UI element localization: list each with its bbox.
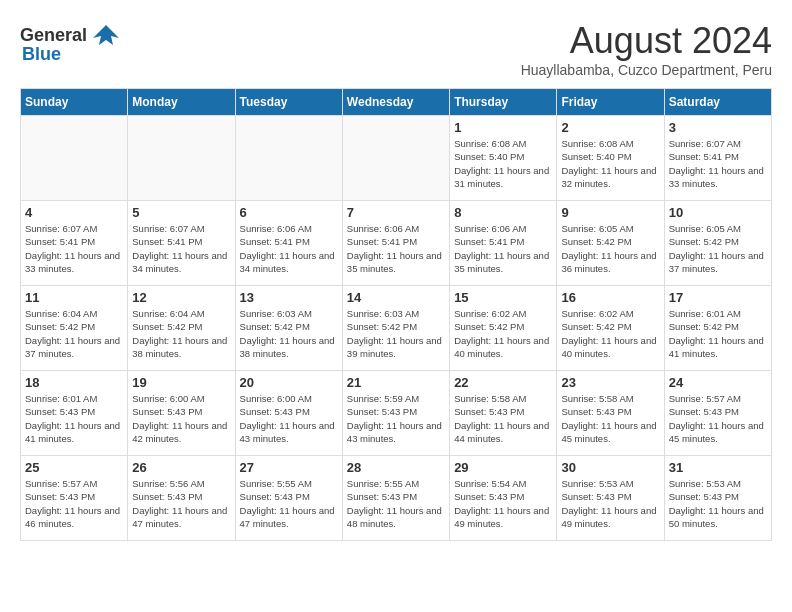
day-info: Sunrise: 6:07 AM Sunset: 5:41 PM Dayligh…: [132, 222, 230, 275]
day-info: Sunrise: 6:08 AM Sunset: 5:40 PM Dayligh…: [561, 137, 659, 190]
weekday-header-wednesday: Wednesday: [342, 89, 449, 116]
day-info: Sunrise: 6:00 AM Sunset: 5:43 PM Dayligh…: [240, 392, 338, 445]
day-number: 23: [561, 375, 659, 390]
calendar-cell: 27Sunrise: 5:55 AM Sunset: 5:43 PM Dayli…: [235, 456, 342, 541]
location-title: Huayllabamba, Cuzco Department, Peru: [521, 62, 772, 78]
day-number: 24: [669, 375, 767, 390]
calendar-cell: 11Sunrise: 6:04 AM Sunset: 5:42 PM Dayli…: [21, 286, 128, 371]
calendar-cell: 31Sunrise: 5:53 AM Sunset: 5:43 PM Dayli…: [664, 456, 771, 541]
calendar-cell: 10Sunrise: 6:05 AM Sunset: 5:42 PM Dayli…: [664, 201, 771, 286]
day-number: 20: [240, 375, 338, 390]
title-area: August 2024 Huayllabamba, Cuzco Departme…: [521, 20, 772, 78]
calendar-cell: 12Sunrise: 6:04 AM Sunset: 5:42 PM Dayli…: [128, 286, 235, 371]
day-number: 3: [669, 120, 767, 135]
calendar-cell: [21, 116, 128, 201]
calendar-cell: 14Sunrise: 6:03 AM Sunset: 5:42 PM Dayli…: [342, 286, 449, 371]
weekday-header-thursday: Thursday: [450, 89, 557, 116]
day-info: Sunrise: 5:58 AM Sunset: 5:43 PM Dayligh…: [561, 392, 659, 445]
calendar-cell: 21Sunrise: 5:59 AM Sunset: 5:43 PM Dayli…: [342, 371, 449, 456]
day-info: Sunrise: 6:08 AM Sunset: 5:40 PM Dayligh…: [454, 137, 552, 190]
calendar-cell: 6Sunrise: 6:06 AM Sunset: 5:41 PM Daylig…: [235, 201, 342, 286]
calendar-cell: 20Sunrise: 6:00 AM Sunset: 5:43 PM Dayli…: [235, 371, 342, 456]
day-number: 29: [454, 460, 552, 475]
calendar-table: SundayMondayTuesdayWednesdayThursdayFrid…: [20, 88, 772, 541]
calendar-cell: 25Sunrise: 5:57 AM Sunset: 5:43 PM Dayli…: [21, 456, 128, 541]
day-info: Sunrise: 5:57 AM Sunset: 5:43 PM Dayligh…: [25, 477, 123, 530]
calendar-cell: 28Sunrise: 5:55 AM Sunset: 5:43 PM Dayli…: [342, 456, 449, 541]
day-info: Sunrise: 6:05 AM Sunset: 5:42 PM Dayligh…: [669, 222, 767, 275]
calendar-cell: 1Sunrise: 6:08 AM Sunset: 5:40 PM Daylig…: [450, 116, 557, 201]
calendar-cell: 29Sunrise: 5:54 AM Sunset: 5:43 PM Dayli…: [450, 456, 557, 541]
day-info: Sunrise: 5:53 AM Sunset: 5:43 PM Dayligh…: [561, 477, 659, 530]
calendar-cell: 13Sunrise: 6:03 AM Sunset: 5:42 PM Dayli…: [235, 286, 342, 371]
calendar-week-row: 25Sunrise: 5:57 AM Sunset: 5:43 PM Dayli…: [21, 456, 772, 541]
day-info: Sunrise: 6:05 AM Sunset: 5:42 PM Dayligh…: [561, 222, 659, 275]
calendar-cell: 2Sunrise: 6:08 AM Sunset: 5:40 PM Daylig…: [557, 116, 664, 201]
header: General Blue August 2024 Huayllabamba, C…: [20, 20, 772, 78]
weekday-header-sunday: Sunday: [21, 89, 128, 116]
calendar-cell: 17Sunrise: 6:01 AM Sunset: 5:42 PM Dayli…: [664, 286, 771, 371]
logo-blue: Blue: [22, 44, 61, 65]
calendar-cell: 16Sunrise: 6:02 AM Sunset: 5:42 PM Dayli…: [557, 286, 664, 371]
day-number: 13: [240, 290, 338, 305]
day-info: Sunrise: 5:55 AM Sunset: 5:43 PM Dayligh…: [347, 477, 445, 530]
day-number: 28: [347, 460, 445, 475]
day-info: Sunrise: 6:01 AM Sunset: 5:42 PM Dayligh…: [669, 307, 767, 360]
day-number: 1: [454, 120, 552, 135]
day-number: 31: [669, 460, 767, 475]
day-number: 27: [240, 460, 338, 475]
day-number: 14: [347, 290, 445, 305]
calendar-cell: 9Sunrise: 6:05 AM Sunset: 5:42 PM Daylig…: [557, 201, 664, 286]
day-number: 22: [454, 375, 552, 390]
day-number: 17: [669, 290, 767, 305]
weekday-header-friday: Friday: [557, 89, 664, 116]
day-info: Sunrise: 6:06 AM Sunset: 5:41 PM Dayligh…: [240, 222, 338, 275]
day-info: Sunrise: 5:57 AM Sunset: 5:43 PM Dayligh…: [669, 392, 767, 445]
calendar-cell: 26Sunrise: 5:56 AM Sunset: 5:43 PM Dayli…: [128, 456, 235, 541]
day-number: 10: [669, 205, 767, 220]
svg-marker-0: [93, 25, 119, 45]
day-info: Sunrise: 5:56 AM Sunset: 5:43 PM Dayligh…: [132, 477, 230, 530]
logo-general: General: [20, 25, 87, 46]
day-number: 21: [347, 375, 445, 390]
calendar-cell: 15Sunrise: 6:02 AM Sunset: 5:42 PM Dayli…: [450, 286, 557, 371]
day-number: 19: [132, 375, 230, 390]
calendar-cell: 18Sunrise: 6:01 AM Sunset: 5:43 PM Dayli…: [21, 371, 128, 456]
day-info: Sunrise: 6:02 AM Sunset: 5:42 PM Dayligh…: [454, 307, 552, 360]
day-number: 15: [454, 290, 552, 305]
calendar-cell: 22Sunrise: 5:58 AM Sunset: 5:43 PM Dayli…: [450, 371, 557, 456]
day-number: 11: [25, 290, 123, 305]
calendar-week-row: 18Sunrise: 6:01 AM Sunset: 5:43 PM Dayli…: [21, 371, 772, 456]
logo: General Blue: [20, 20, 121, 65]
day-info: Sunrise: 6:04 AM Sunset: 5:42 PM Dayligh…: [132, 307, 230, 360]
day-info: Sunrise: 6:02 AM Sunset: 5:42 PM Dayligh…: [561, 307, 659, 360]
month-title: August 2024: [521, 20, 772, 62]
day-info: Sunrise: 6:03 AM Sunset: 5:42 PM Dayligh…: [240, 307, 338, 360]
weekday-header-row: SundayMondayTuesdayWednesdayThursdayFrid…: [21, 89, 772, 116]
day-number: 9: [561, 205, 659, 220]
calendar-cell: [235, 116, 342, 201]
weekday-header-tuesday: Tuesday: [235, 89, 342, 116]
day-info: Sunrise: 5:54 AM Sunset: 5:43 PM Dayligh…: [454, 477, 552, 530]
day-number: 26: [132, 460, 230, 475]
day-number: 5: [132, 205, 230, 220]
day-info: Sunrise: 5:53 AM Sunset: 5:43 PM Dayligh…: [669, 477, 767, 530]
calendar-cell: 8Sunrise: 6:06 AM Sunset: 5:41 PM Daylig…: [450, 201, 557, 286]
day-info: Sunrise: 6:01 AM Sunset: 5:43 PM Dayligh…: [25, 392, 123, 445]
day-number: 16: [561, 290, 659, 305]
day-number: 12: [132, 290, 230, 305]
calendar-cell: 24Sunrise: 5:57 AM Sunset: 5:43 PM Dayli…: [664, 371, 771, 456]
calendar-cell: 30Sunrise: 5:53 AM Sunset: 5:43 PM Dayli…: [557, 456, 664, 541]
calendar-cell: 7Sunrise: 6:06 AM Sunset: 5:41 PM Daylig…: [342, 201, 449, 286]
day-number: 7: [347, 205, 445, 220]
day-number: 6: [240, 205, 338, 220]
day-info: Sunrise: 5:58 AM Sunset: 5:43 PM Dayligh…: [454, 392, 552, 445]
calendar-cell: 19Sunrise: 6:00 AM Sunset: 5:43 PM Dayli…: [128, 371, 235, 456]
day-info: Sunrise: 5:55 AM Sunset: 5:43 PM Dayligh…: [240, 477, 338, 530]
calendar-cell: 23Sunrise: 5:58 AM Sunset: 5:43 PM Dayli…: [557, 371, 664, 456]
day-number: 8: [454, 205, 552, 220]
day-number: 2: [561, 120, 659, 135]
day-info: Sunrise: 6:06 AM Sunset: 5:41 PM Dayligh…: [454, 222, 552, 275]
day-info: Sunrise: 5:59 AM Sunset: 5:43 PM Dayligh…: [347, 392, 445, 445]
calendar-cell: 5Sunrise: 6:07 AM Sunset: 5:41 PM Daylig…: [128, 201, 235, 286]
